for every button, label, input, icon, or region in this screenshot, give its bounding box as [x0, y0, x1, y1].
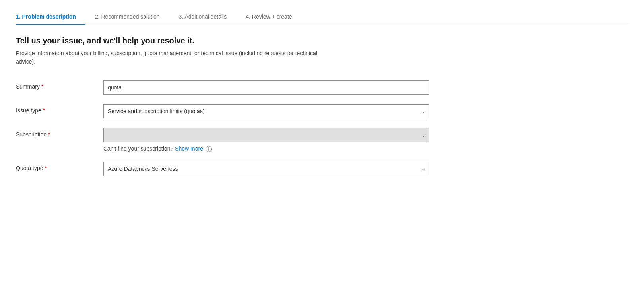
tab-3-label: 3. Additional details — [179, 14, 227, 20]
quota-type-required-star: * — [45, 165, 47, 171]
quota-type-row: Quota type * Azure Databricks Serverless… — [16, 162, 628, 176]
issue-type-select[interactable]: Service and subscription limits (quotas)… — [103, 104, 429, 118]
page-title: Tell us your issue, and we'll help you r… — [16, 36, 628, 45]
tab-4-label: 4. Review + create — [246, 14, 292, 20]
tab-2-label: 2. Recommended solution — [95, 14, 160, 20]
page-container: 1. Problem description 2. Recommended so… — [0, 0, 644, 195]
subscription-info-icon[interactable]: i — [206, 146, 212, 152]
summary-control-wrapper — [103, 80, 429, 95]
subscription-hint: Can't find your subscription? Show more … — [103, 145, 429, 152]
subscription-label: Subscription * — [16, 128, 103, 138]
issue-type-required-star: * — [43, 107, 45, 114]
subscription-select[interactable] — [103, 128, 429, 142]
quota-type-control-wrapper: Azure Databricks Serverless ⌄ — [103, 162, 429, 176]
show-more-link[interactable]: Show more — [175, 145, 203, 152]
summary-required-star: * — [41, 83, 43, 90]
tab-1-label: 1. Problem description — [16, 14, 76, 20]
issue-type-row: Issue type * Service and subscription li… — [16, 104, 628, 118]
subscription-row: Subscription * ⌄ Can't find your subscri… — [16, 128, 628, 152]
problem-description-form: Summary * Issue type * Service and subsc… — [16, 80, 628, 186]
subscription-control-wrapper: ⌄ Can't find your subscription? Show mor… — [103, 128, 429, 152]
tab-additional-details[interactable]: 3. Additional details — [179, 10, 237, 25]
quota-type-select[interactable]: Azure Databricks Serverless — [103, 162, 429, 176]
issue-type-label: Issue type * — [16, 104, 103, 114]
issue-type-control-wrapper: Service and subscription limits (quotas)… — [103, 104, 429, 118]
wizard-tabs: 1. Problem description 2. Recommended so… — [16, 10, 628, 25]
quota-type-label: Quota type * — [16, 162, 103, 171]
issue-type-select-wrapper: Service and subscription limits (quotas)… — [103, 104, 429, 118]
quota-type-select-wrapper: Azure Databricks Serverless ⌄ — [103, 162, 429, 176]
summary-row: Summary * — [16, 80, 628, 95]
subscription-select-wrapper: ⌄ — [103, 128, 429, 142]
subscription-required-star: * — [48, 131, 50, 138]
page-description: Provide information about your billing, … — [16, 49, 318, 66]
summary-label: Summary * — [16, 80, 103, 90]
summary-input[interactable] — [103, 80, 429, 95]
tab-review-create[interactable]: 4. Review + create — [246, 10, 301, 25]
tab-problem-description[interactable]: 1. Problem description — [16, 10, 85, 25]
tab-recommended-solution[interactable]: 2. Recommended solution — [95, 10, 169, 25]
